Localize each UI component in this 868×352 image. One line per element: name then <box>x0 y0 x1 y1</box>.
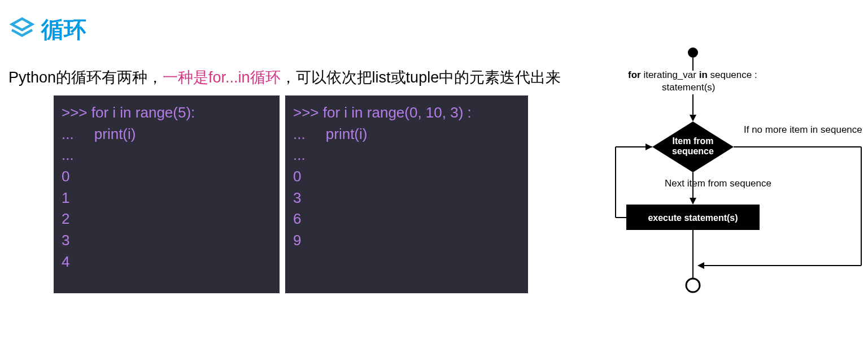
svg-text:Item from: Item from <box>673 136 714 146</box>
page-title: 循环 <box>41 14 86 45</box>
diag-next-item: Next item from sequence <box>665 178 771 189</box>
flowchart-diagram: for iterating_var in sequence : statemen… <box>552 42 868 297</box>
svg-point-20 <box>686 279 700 292</box>
diag-for-body: statement(s) <box>662 82 715 93</box>
intro-part1: Python的循环有两种， <box>8 69 163 86</box>
code-block-2: >>> for i in range(0, 10, 3) : ... print… <box>285 95 528 293</box>
code-block-1: >>> for i in range(5): ... print(i) ... … <box>54 95 280 293</box>
svg-text:sequence: sequence <box>672 146 714 156</box>
layers-icon <box>8 15 36 45</box>
svg-marker-12 <box>690 198 696 205</box>
diag-execute: execute statement(s) <box>648 213 738 223</box>
diag-no-more: If no more item in sequence <box>744 124 862 135</box>
svg-point-0 <box>688 47 698 58</box>
svg-marker-15 <box>645 144 652 150</box>
intro-part2: ，可以依次把list或tuple中的元素迭代出来 <box>281 69 561 86</box>
intro-highlight: 一种是for...in循环 <box>163 69 281 86</box>
svg-marker-10 <box>697 262 704 269</box>
svg-marker-3 <box>690 115 696 121</box>
diag-for-stmt: for iterating_var in sequence : <box>628 69 757 80</box>
